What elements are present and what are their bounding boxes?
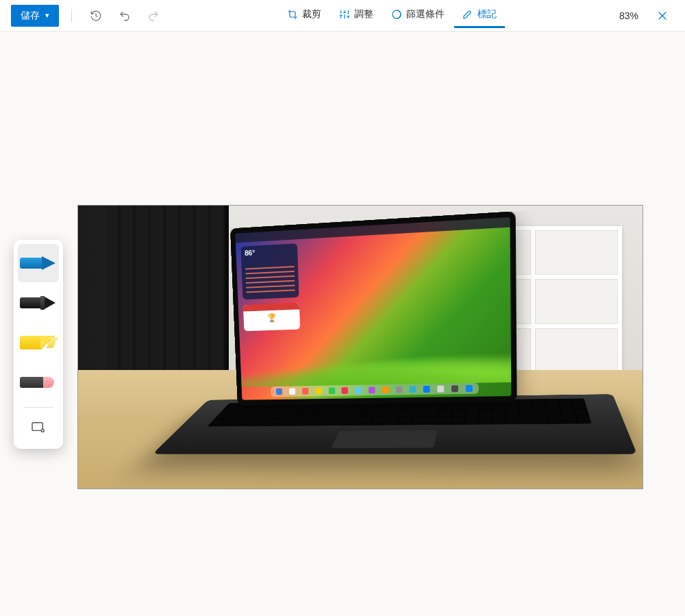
tab-markup-label: 標記 (477, 8, 497, 21)
editor-toolbar: 儲存 ▾ 裁剪 調整 (0, 0, 685, 32)
adjust-icon (339, 9, 350, 20)
laptop-keyboard (207, 398, 591, 426)
tab-filter-label: 篩選條件 (406, 8, 445, 21)
redo-icon (147, 10, 160, 22)
rectangle-tool-icon (31, 421, 46, 433)
tab-crop-label: 裁剪 (302, 8, 321, 21)
tab-markup[interactable]: 標記 (454, 3, 505, 28)
laptop-trackpad (331, 430, 437, 448)
palette-divider (23, 407, 53, 408)
undo-icon (119, 10, 131, 22)
laptop-screen (235, 217, 511, 400)
save-button[interactable]: 儲存 ▾ (11, 5, 59, 27)
calligraphy-pen-icon (20, 295, 57, 310)
pen-ballpoint[interactable] (18, 244, 59, 282)
laptop (206, 217, 584, 482)
close-icon (656, 10, 669, 22)
tab-adjust-label: 調整 (354, 8, 373, 21)
laptop-base (153, 394, 637, 454)
markup-icon (462, 9, 473, 20)
pen-eraser[interactable] (18, 363, 59, 402)
toolbar-right: 83% (619, 4, 674, 27)
markup-pen-palette (14, 240, 63, 449)
laptop-lid (230, 211, 517, 405)
more-tools-button[interactable] (18, 413, 59, 441)
save-button-label: 儲存 (21, 10, 40, 22)
history-button[interactable] (84, 4, 108, 27)
tab-filter[interactable]: 篩選條件 (383, 3, 453, 28)
pen-calligraphy[interactable] (18, 284, 59, 322)
undo-button[interactable] (113, 4, 136, 27)
edited-image[interactable] (77, 205, 643, 489)
pen-highlighter[interactable] (18, 323, 59, 362)
eraser-icon (20, 375, 57, 390)
macos-dock (271, 383, 479, 397)
close-editor-button[interactable] (651, 4, 674, 27)
toolbar-divider (71, 9, 72, 23)
calendar-widget (243, 303, 300, 332)
tab-adjust[interactable]: 調整 (331, 3, 382, 28)
zoom-level[interactable]: 83% (619, 10, 638, 21)
svg-rect-12 (32, 423, 42, 431)
tab-crop[interactable]: 裁剪 (279, 3, 329, 28)
ballpoint-pen-icon (20, 256, 57, 271)
crop-icon (287, 9, 298, 20)
editor-tabs: 裁剪 調整 篩選條件 標記 (171, 3, 614, 28)
highlighter-icon (20, 335, 57, 350)
history-icon (90, 10, 102, 22)
weather-widget (240, 243, 299, 299)
redo-button[interactable] (142, 4, 165, 27)
editor-canvas[interactable] (0, 32, 685, 616)
image-content (78, 206, 643, 489)
filter-icon (391, 9, 402, 20)
chevron-down-icon: ▾ (45, 11, 49, 20)
